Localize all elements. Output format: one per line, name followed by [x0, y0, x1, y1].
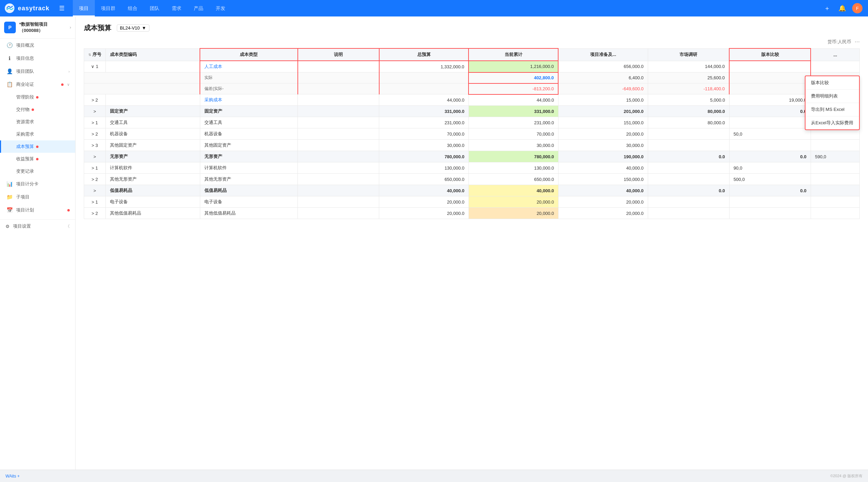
- expand-electronics[interactable]: > 1: [84, 196, 106, 208]
- logo-text: easytrack: [18, 5, 49, 12]
- expand-other-fixed[interactable]: > 3: [84, 140, 106, 151]
- status-bar: WAits + ©2024 @ 版权所有: [76, 470, 868, 482]
- expand-procurement[interactable]: > 2: [84, 94, 106, 106]
- subproject-icon: 📁: [7, 194, 13, 200]
- sidebar-item-scorecard[interactable]: 📊 项目计分卡: [0, 177, 75, 191]
- market-fixed: 80,000.0: [648, 106, 729, 117]
- variance-current: -813,200.0: [469, 83, 558, 94]
- version-other-fixed: [729, 140, 811, 151]
- cost-type-machinery: 机器设备: [200, 128, 297, 140]
- main-layout: P *数据智能项目（000088） › 🕐 项目概况 ℹ 项目信息 👤 项目团队…: [0, 16, 868, 482]
- cost-type-consumables: 低值易耗品: [200, 185, 297, 196]
- th-market: 市场调研: [648, 48, 729, 61]
- collapse-icon[interactable]: 《: [66, 223, 70, 229]
- prep-other-intangible: 150,000.0: [558, 174, 648, 185]
- context-menu-item-version[interactable]: 版本比较: [805, 76, 859, 90]
- total-software: 130,000.0: [379, 162, 469, 174]
- page-title-row: 成本预算 BL24-V10 ▼: [84, 23, 860, 33]
- sidebar-item-overview[interactable]: 🕐 项目概况: [0, 39, 75, 52]
- mgmt-badge: [36, 96, 38, 99]
- code-other-fixed: 其他固定资产: [105, 140, 200, 151]
- nav-item-product[interactable]: 产品: [188, 0, 210, 16]
- sidebar-item-team[interactable]: 👤 项目团队 ›: [0, 65, 75, 78]
- nav-item-dev[interactable]: 开发: [210, 0, 232, 16]
- cost-badge: [36, 146, 38, 148]
- desc-consumables: [298, 185, 379, 196]
- code-procurement: [105, 94, 200, 106]
- sidebar-item-subproject[interactable]: 📁 子项目: [0, 191, 75, 204]
- procurement-link[interactable]: 采购成本: [204, 97, 222, 102]
- market-other-fixed: [648, 140, 729, 151]
- cost-type-fixed: 固定资产: [200, 106, 297, 117]
- variance-prep: -649,600.0: [558, 83, 648, 94]
- desc-fixed: [298, 106, 379, 117]
- expand-fixed[interactable]: >: [84, 106, 106, 117]
- labor-link[interactable]: 人工成本: [204, 64, 222, 69]
- th-seq-label: 序号: [92, 52, 101, 57]
- sidebar-label-business: 商业论证: [16, 81, 58, 88]
- version-intangible: 0.0: [729, 151, 811, 162]
- project-header[interactable]: P *数据智能项目（000088） ›: [0, 16, 75, 39]
- team-icon: 👤: [7, 68, 13, 74]
- th-total: 总预算: [379, 48, 469, 61]
- budget-table: ⇅ 序号 成本类型编码 成本类型 说明 总预算 当前累计 项目准备及... 市场…: [84, 48, 860, 219]
- sidebar-item-settings[interactable]: ⚙ 项目设置 《: [0, 219, 75, 233]
- main-content: 成本预算 BL24-V10 ▼ 货币:人民币 ··· ⇅ 序号 成: [76, 16, 868, 482]
- expand-machinery[interactable]: > 2: [84, 128, 106, 140]
- market-software: [648, 162, 729, 174]
- sidebar-item-resource[interactable]: 资源需求: [0, 116, 75, 128]
- expand-transport[interactable]: > 1: [84, 117, 106, 128]
- nav-item-portfolio[interactable]: 组合: [122, 0, 144, 16]
- nav-item-program[interactable]: 项目群: [95, 0, 122, 16]
- chevron-right-icon: ›: [70, 25, 71, 30]
- notification-bell[interactable]: 🔔: [836, 3, 848, 13]
- hamburger-menu[interactable]: ☰: [56, 3, 67, 13]
- sidebar-item-plan[interactable]: 📅 项目计划: [0, 204, 75, 217]
- code-other-consumables: 其他低值易耗品: [105, 208, 200, 219]
- sidebar-label-revenue: 收益预算: [16, 156, 34, 162]
- total-other-intangible: 650,000.0: [379, 174, 469, 185]
- variance-label: 偏差(实际-: [204, 86, 224, 91]
- user-avatar[interactable]: F: [852, 3, 863, 13]
- expand-software[interactable]: > 1: [84, 162, 106, 174]
- expand-other-consumables[interactable]: > 2: [84, 208, 106, 219]
- expand-intangible[interactable]: >: [84, 151, 106, 162]
- th-cost-code: 成本类型编码: [105, 48, 200, 61]
- desc-other-fixed: [298, 140, 379, 151]
- sidebar-item-info[interactable]: ℹ 项目信息: [0, 52, 75, 65]
- nav-item-team[interactable]: 团队: [144, 0, 166, 16]
- version-transport: [729, 117, 811, 128]
- context-menu-item-export[interactable]: 导出到 MS Excel: [805, 103, 859, 116]
- empty-desc-actual: [298, 72, 379, 83]
- nav-item-project[interactable]: 项目: [73, 0, 95, 16]
- sidebar-item-cost-budget[interactable]: 成本预算: [0, 140, 75, 153]
- variance-label-cell: 偏差(实际-: [200, 83, 297, 94]
- code-intangible: 无形资产: [105, 151, 200, 162]
- current-machinery: 70,000.0: [469, 128, 558, 140]
- sort-icon[interactable]: ⇅: [88, 53, 91, 57]
- expand-consumables[interactable]: >: [84, 185, 106, 196]
- extra-software: [811, 162, 859, 174]
- sidebar-label-mgmt: 管理阶段: [16, 94, 34, 100]
- more-options-button[interactable]: ···: [855, 38, 860, 45]
- table-row-software: > 1 计算机软件 计算机软件 130,000.0 130,000.0 40,0…: [84, 162, 860, 174]
- market-electronics: [648, 196, 729, 208]
- sidebar-label-deliverable: 交付物: [16, 106, 30, 113]
- sidebar-item-deliverable[interactable]: 交付物: [0, 103, 75, 116]
- sidebar-label-plan: 项目计划: [16, 207, 64, 213]
- th-prep: 项目准备及...: [558, 48, 648, 61]
- nav-item-requirements[interactable]: 需求: [166, 0, 188, 16]
- version-selector[interactable]: BL24-V10 ▼: [117, 24, 149, 32]
- expand-other-intangible[interactable]: > 2: [84, 174, 106, 185]
- sidebar-item-business[interactable]: 📋 商业论证 ∨: [0, 78, 75, 91]
- sidebar-item-mgmt-phase[interactable]: 管理阶段: [0, 91, 75, 103]
- sidebar-item-procurement[interactable]: 采购需求: [0, 128, 75, 140]
- context-menu-item-import[interactable]: 从Excel导入实际费用: [805, 116, 859, 129]
- add-button[interactable]: ＋: [822, 3, 832, 14]
- table-row-other-intangible: > 2 其他无形资产 其他无形资产 650,000.0 650,000.0 15…: [84, 174, 860, 185]
- sidebar-item-revenue[interactable]: 收益预算: [0, 153, 75, 165]
- context-menu-item-detail[interactable]: 费用明细列表: [805, 90, 859, 103]
- sidebar-item-changes[interactable]: 变更记录: [0, 165, 75, 177]
- expand-labor[interactable]: ∨ 1: [84, 61, 106, 72]
- sidebar-label-resource: 资源需求: [16, 119, 34, 125]
